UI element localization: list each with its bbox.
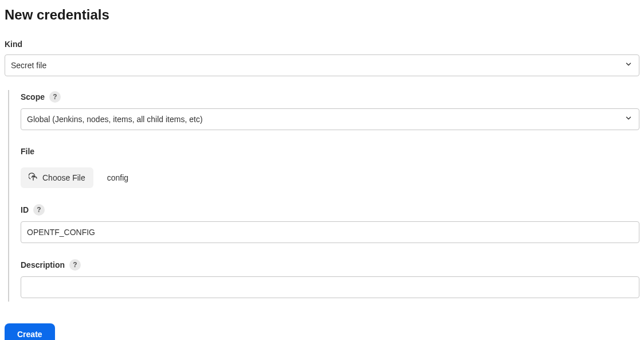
scope-select-wrap: Global (Jenkins, nodes, items, all child…	[21, 108, 639, 130]
file-field-group: File Choose File config	[21, 146, 639, 188]
kind-select[interactable]: Secret file	[5, 54, 639, 76]
help-icon[interactable]: ?	[69, 259, 81, 271]
file-row: Choose File config	[21, 167, 639, 188]
kind-field-group: Kind Secret file	[5, 39, 639, 76]
id-label: ID	[21, 205, 29, 214]
scope-select[interactable]: Global (Jenkins, nodes, items, all child…	[21, 108, 639, 130]
kind-label: Kind	[5, 40, 22, 49]
help-icon[interactable]: ?	[49, 91, 61, 103]
description-input[interactable]	[21, 276, 639, 298]
scope-label-row: Scope ?	[21, 91, 61, 103]
choose-file-label: Choose File	[42, 173, 85, 182]
scope-label: Scope	[21, 92, 45, 101]
description-label: Description	[21, 260, 65, 269]
id-label-row: ID ?	[21, 204, 45, 216]
help-icon[interactable]: ?	[33, 204, 45, 216]
choose-file-button[interactable]: Choose File	[21, 167, 93, 188]
create-button[interactable]: Create	[5, 323, 55, 340]
selected-file-name: config	[107, 173, 128, 182]
id-field-group: ID ?	[21, 204, 639, 243]
id-input[interactable]	[21, 221, 639, 243]
upload-cloud-icon	[29, 173, 38, 183]
page-title: New credentials	[5, 7, 639, 23]
description-label-row: Description ?	[21, 259, 81, 271]
credential-details-block: Scope ? Global (Jenkins, nodes, items, a…	[8, 90, 639, 302]
file-label: File	[21, 147, 34, 156]
description-field-group: Description ?	[21, 259, 639, 298]
kind-select-wrap: Secret file	[5, 54, 639, 76]
scope-field-group: Scope ? Global (Jenkins, nodes, items, a…	[21, 91, 639, 130]
